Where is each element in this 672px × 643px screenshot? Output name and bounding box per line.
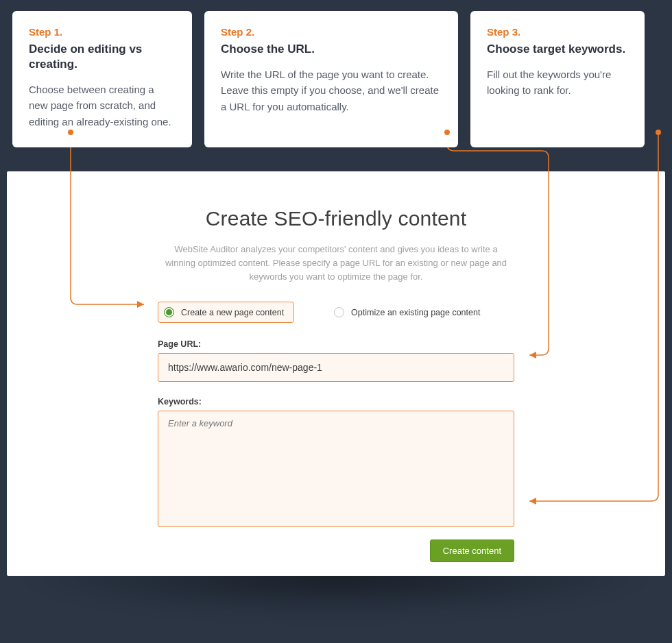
connector-dot-icon	[444, 130, 450, 135]
keywords-input[interactable]	[158, 411, 514, 527]
step-number: Step 2.	[221, 26, 442, 38]
radio-optimize-existing[interactable]: Optimize an existing page content	[328, 302, 490, 322]
step-title: Decide on editing vs creating.	[29, 42, 176, 72]
main-panel-wrap: Create SEO-friendly content WebSite Audi…	[7, 171, 665, 576]
radio-bullet-icon	[334, 307, 344, 317]
action-row: Create content	[158, 539, 514, 562]
radio-create-new[interactable]: Create a new page content	[158, 302, 294, 323]
connector-dot-icon	[656, 130, 661, 135]
step-desc: Choose between creating a new page from …	[29, 82, 176, 130]
create-content-button[interactable]: Create content	[430, 539, 514, 562]
step-number: Step 3.	[487, 26, 628, 38]
url-input[interactable]	[158, 353, 514, 382]
step-title: Choose target keywords.	[487, 42, 628, 57]
radio-bullet-icon	[164, 307, 174, 317]
step-title: Choose the URL.	[221, 42, 442, 57]
keywords-label: Keywords:	[158, 397, 514, 407]
steps-row: Step 1. Decide on editing vs creating. C…	[0, 0, 672, 147]
keywords-field-block: Keywords:	[158, 397, 514, 530]
step-card-1: Step 1. Decide on editing vs creating. C…	[12, 11, 192, 147]
main-panel: Create SEO-friendly content WebSite Audi…	[7, 171, 665, 576]
radio-label: Create a new page content	[181, 308, 284, 317]
panel-subdesc: WebSite Auditor analyzes your competitor…	[158, 243, 514, 284]
step-desc: Write the URL of the page you want to cr…	[221, 66, 442, 114]
url-field-block: Page URL:	[158, 339, 514, 382]
radio-label: Optimize an existing page content	[351, 308, 480, 317]
step-desc: Fill out the keywords you're looking to …	[487, 66, 628, 99]
panel-heading: Create SEO-friendly content	[158, 207, 514, 230]
step-card-2: Step 2. Choose the URL. Write the URL of…	[204, 11, 458, 147]
step-number: Step 1.	[29, 26, 176, 38]
radio-group: Create a new page content Optimize an ex…	[158, 302, 514, 323]
url-label: Page URL:	[158, 339, 514, 349]
connector-dot-icon	[68, 130, 73, 135]
step-card-3: Step 3. Choose target keywords. Fill out…	[470, 11, 645, 147]
